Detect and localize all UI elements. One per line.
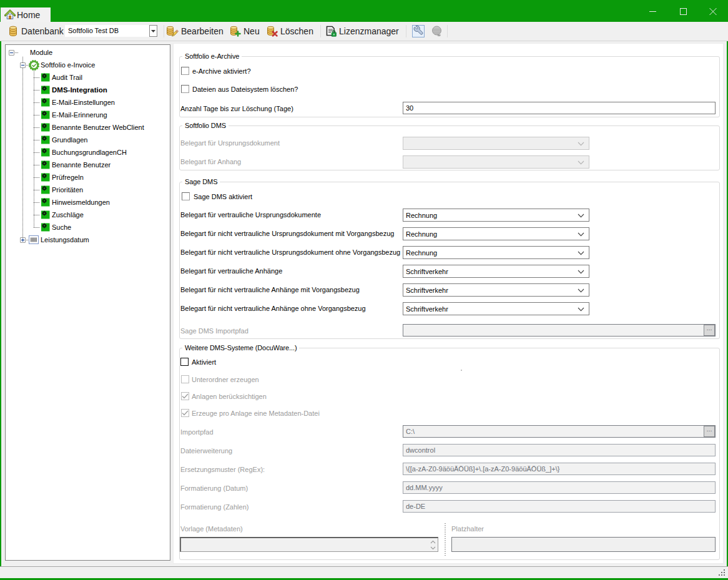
belegart-row-label: Belegart für vertrauliche Ursprungsdokum… <box>180 210 321 219</box>
home-icon <box>4 9 16 21</box>
title-bar <box>0 0 728 22</box>
tree-item-buchungsgrundlagench[interactable]: BuchungsgrundlagenCH <box>52 148 127 157</box>
group-sage-dms-legend: Sage DMS <box>182 178 220 186</box>
tree-item-hinweismeldungen[interactable]: Hinweismeldungen <box>52 198 110 207</box>
cursor-dot <box>461 370 462 371</box>
delete-database-icon <box>267 26 278 37</box>
database-icon <box>9 24 17 39</box>
belegart-ursprungsdokument-label: Belegart für Ursprungsdokument <box>180 139 280 147</box>
tree-item-zuschl-ge[interactable]: Zuschläge <box>52 210 84 219</box>
belegart-row-label: Belegart für nicht vertrauliche Anhänge … <box>180 304 366 313</box>
tree-item-module[interactable]: Module <box>30 48 52 57</box>
tree-item-dms-integration[interactable]: DMS-Integration <box>52 86 107 94</box>
maximize-icon <box>680 8 687 15</box>
belegart-row-select[interactable]: Schriftverkehr <box>403 283 589 297</box>
options-button[interactable] <box>412 25 425 37</box>
dms-field-label: Ersetzungsmuster (RegEx): <box>180 465 265 474</box>
tree-item-audit-trail[interactable]: Audit Trail <box>52 73 82 82</box>
select-value: Rechnung <box>406 229 437 239</box>
dms-field-label: Formatierung (Datum) <box>180 484 248 493</box>
checkbox-aktiviert[interactable] <box>180 358 189 366</box>
chevron-down-icon <box>578 307 584 312</box>
tab-home[interactable]: Home <box>1 7 51 22</box>
belegart-row-select[interactable]: Rechnung <box>403 209 589 222</box>
group-sage-dms: Sage DMS <box>179 182 720 339</box>
license-manager-icon <box>326 26 337 37</box>
tree-item-softfolio-e-invoice[interactable]: Softfolio e-Invoice <box>41 61 95 69</box>
group-weitere-dms-systeme-legend: Weitere DMS-Systeme (DocuWare...) <box>182 344 299 352</box>
spinner-arrows-icon <box>430 540 436 550</box>
web-button[interactable] <box>431 25 443 37</box>
tree-item-leistungsdatum[interactable]: Leistungsdatum <box>41 235 89 244</box>
maximize-button[interactable] <box>669 1 697 22</box>
belegart-row-select[interactable]: Rechnung <box>403 246 589 259</box>
grip-dot <box>724 569 725 571</box>
platzhalter-label: Platzhalter <box>451 524 484 533</box>
check-icon <box>182 410 189 416</box>
checkbox-anlagen-beruecksichtigen <box>181 392 189 400</box>
dms-field-label: Dateierweiterung <box>180 446 232 455</box>
chevron-down-icon <box>578 160 584 165</box>
tree-item-pr-fregeln[interactable]: Prüfregeln <box>52 173 84 182</box>
delete-button[interactable]: Löschen <box>267 24 313 39</box>
close-icon <box>709 8 717 15</box>
tree-item-benannte-benutzer-webclient[interactable]: Benannte Benutzer WebClient <box>52 123 144 132</box>
new-button[interactable]: Neu <box>230 24 260 39</box>
anzahl-tage-label: Anzahl Tage bis zur Löschung (Tage) <box>180 104 293 113</box>
database-combobox-input[interactable] <box>65 25 149 37</box>
toolbar: Datenbank Bearbeiten <box>0 22 728 41</box>
dms-field-label: Formatierung (Zahlen) <box>180 503 248 511</box>
belegart-row-select[interactable]: Rechnung <box>403 227 589 240</box>
close-button[interactable] <box>699 1 727 22</box>
status-bar <box>0 566 728 578</box>
toolbar-separator <box>320 25 321 37</box>
checkbox-sage-dms-aktiviert[interactable] <box>182 192 190 200</box>
tab-home-label: Home <box>17 10 40 20</box>
checkbox-erzeuge-metadaten-datei <box>181 409 189 417</box>
checkbox-unterordner-erzeugen-label: Unterordner erzeugen <box>192 375 259 384</box>
anzahl-tage-input[interactable] <box>403 102 716 114</box>
belegart-row-select[interactable]: Schriftverkehr <box>403 265 589 278</box>
chevron-down-icon <box>578 232 584 237</box>
checkbox-erzeuge-metadaten-datei-label: Erzeuge pro Anlage eine Metadaten-Datei <box>192 409 320 418</box>
dms-field-input <box>403 444 716 456</box>
checkbox-unterordner-erzeugen <box>181 375 189 383</box>
tree-item-grundlagen[interactable]: Grundlagen <box>52 135 88 144</box>
checkbox-e-archive-aktiviert[interactable] <box>181 67 189 75</box>
tree-item-suche[interactable]: Suche <box>52 223 71 232</box>
grip-dot <box>719 574 720 576</box>
platzhalter-input[interactable] <box>451 537 716 552</box>
dms-field-input <box>403 463 716 475</box>
wrench-icon <box>412 25 425 37</box>
group-softfolio-e-archive-legend: Softfolio e-Archive <box>182 52 242 61</box>
tree-item-priorit-ten[interactable]: Prioritäten <box>52 185 83 194</box>
select-value: Schriftverkehr <box>406 304 448 314</box>
chevron-down-icon <box>578 270 584 274</box>
grip-dot <box>721 574 722 576</box>
vorlage-metadaten-label: Vorlage (Metadaten) <box>180 524 243 533</box>
vorlage-metadaten-spinner <box>180 537 438 552</box>
checkbox-sage-dms-aktiviert-label: Sage DMS aktiviert <box>194 192 252 201</box>
edit-button[interactable]: Bearbeiten <box>166 24 224 39</box>
belegart-anhang-label: Belegart für Anhang <box>180 157 241 166</box>
checkbox-dateien-loeschen[interactable] <box>181 85 189 93</box>
belegart-row-label: Belegart für nicht vertrauliche Anhänge … <box>180 285 360 294</box>
dms-field-input <box>403 425 716 438</box>
sage-dms-importpfad-browse-button: ... <box>704 325 715 336</box>
belegart-row-label: Belegart für vertrauliche Anhänge <box>180 267 282 275</box>
belegart-row-select[interactable]: Schriftverkehr <box>403 302 589 315</box>
license-manager-button[interactable]: Lizenzmanager <box>326 24 399 39</box>
minimize-button[interactable] <box>639 1 667 22</box>
tree-item-benannte-benutzer[interactable]: Benannte Benutzer <box>52 160 111 169</box>
grip-dot <box>724 572 725 573</box>
tree-item-e-mail-erinnerung[interactable]: E-Mail-Erinnerung <box>52 111 107 119</box>
chevron-down-icon <box>578 214 584 218</box>
importpfad-browse-button: ... <box>704 426 715 437</box>
chevron-down-icon <box>578 288 584 293</box>
sage-dms-importpfad-label: Sage DMS Importpfad <box>180 327 248 335</box>
dms-field-input <box>403 500 716 513</box>
database-combobox-dropdown-button[interactable] <box>149 25 157 37</box>
tree-item-e-mail-einstellungen[interactable]: E-Mail-Einstellungen <box>52 98 115 107</box>
belegart-row-label: Belegart für nicht vertrauliche Ursprung… <box>180 248 400 257</box>
edit-database-icon <box>166 26 179 37</box>
